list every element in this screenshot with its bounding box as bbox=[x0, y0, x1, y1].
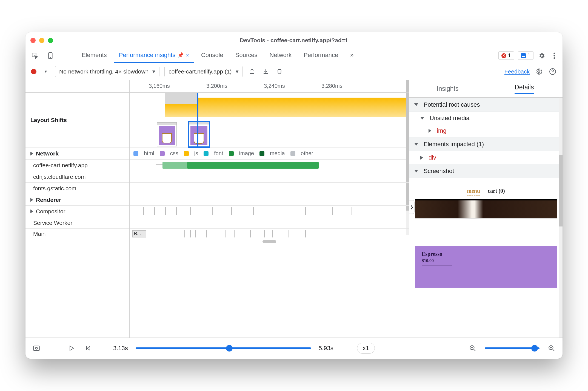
preview-toggle-icon[interactable] bbox=[32, 344, 41, 353]
slider-knob[interactable] bbox=[226, 345, 233, 352]
tab-elements[interactable]: Elements bbox=[77, 48, 112, 63]
slider-knob[interactable] bbox=[531, 345, 538, 352]
import-icon[interactable] bbox=[261, 67, 270, 76]
insights-toolbar: ▾ No network throttling, 4× slowdown ▾ c… bbox=[25, 63, 563, 80]
zoom-slider[interactable] bbox=[485, 347, 540, 349]
chevrons-right-icon: » bbox=[350, 52, 353, 59]
kebab-menu-icon[interactable] bbox=[550, 51, 559, 60]
service-worker-track[interactable] bbox=[130, 217, 409, 229]
root-causes-section[interactable]: Potential root causes bbox=[409, 98, 563, 112]
tab-performance[interactable]: Performance bbox=[299, 48, 343, 63]
chevron-down-icon: ▾ bbox=[152, 68, 155, 75]
export-icon[interactable] bbox=[248, 67, 256, 76]
tab-sources[interactable]: Sources bbox=[230, 48, 262, 63]
delete-icon[interactable] bbox=[275, 67, 284, 76]
help-icon[interactable] bbox=[548, 67, 557, 76]
svg-point-3 bbox=[553, 52, 555, 54]
maximize-window-button[interactable] bbox=[48, 38, 53, 43]
details-panel: ❯ Insights Details Potential root causes… bbox=[409, 80, 563, 338]
record-button[interactable] bbox=[31, 69, 36, 74]
zoom-out-button[interactable] bbox=[468, 344, 477, 353]
network-request-bar[interactable] bbox=[162, 162, 187, 169]
zoom-in-button[interactable] bbox=[547, 344, 556, 353]
panel-tabs: Elements Performance insights 📌 × Consol… bbox=[77, 48, 493, 63]
svg-point-9 bbox=[36, 347, 38, 349]
insights-tab[interactable]: Insights bbox=[409, 80, 486, 97]
screenshot-section[interactable]: Screenshot bbox=[409, 164, 563, 178]
playhead[interactable] bbox=[197, 93, 198, 148]
horizontal-scrollbar[interactable] bbox=[262, 240, 276, 243]
titlebar: DevTools - coffee-cart.netlify.app/?ad=1 bbox=[25, 32, 563, 48]
panel-tabbar: Elements Performance insights 📌 × Consol… bbox=[25, 48, 563, 63]
network-host-row[interactable]: fonts.gstatic.com bbox=[25, 183, 129, 194]
target-select[interactable]: coffee-cart.netlify.app (1) ▾ bbox=[164, 66, 242, 77]
renderer-lane-label[interactable]: Renderer bbox=[25, 194, 129, 206]
img-element-row[interactable]: img bbox=[409, 124, 563, 137]
network-host-row[interactable]: cdnjs.cloudflare.com bbox=[25, 171, 129, 183]
ruler-scrollbar[interactable] bbox=[406, 80, 409, 92]
close-tab-icon[interactable]: × bbox=[186, 52, 189, 58]
tab-console[interactable]: Console bbox=[196, 48, 228, 63]
window-controls bbox=[30, 38, 53, 43]
div-element-row[interactable]: div bbox=[409, 151, 563, 164]
network-track[interactable] bbox=[130, 183, 409, 194]
network-legend: html css js font image media other bbox=[130, 148, 409, 160]
layout-shifts-track[interactable] bbox=[130, 93, 409, 148]
compositor-lane-label[interactable]: Compositor bbox=[25, 206, 129, 217]
unsized-media-row[interactable]: Unsized media bbox=[409, 112, 563, 124]
chevron-down-icon bbox=[414, 170, 418, 172]
device-toolbar-icon[interactable] bbox=[45, 48, 56, 63]
pin-icon: 📌 bbox=[178, 52, 184, 58]
collapse-details-button[interactable]: ❯ bbox=[409, 200, 415, 214]
feedback-link[interactable]: Feedback bbox=[504, 68, 530, 75]
network-lane-label[interactable]: Network bbox=[25, 148, 129, 160]
service-worker-lane-label[interactable]: Service Worker bbox=[25, 217, 129, 229]
legend-swatch-css bbox=[160, 151, 165, 156]
record-menu-chevron[interactable]: ▾ bbox=[41, 67, 50, 76]
renderer-track[interactable] bbox=[130, 194, 409, 206]
legend-swatch-html bbox=[133, 151, 138, 156]
panel-settings-icon[interactable] bbox=[535, 67, 543, 76]
compositor-track[interactable] bbox=[130, 206, 409, 217]
details-tab[interactable]: Details bbox=[486, 80, 563, 97]
throttle-select[interactable]: No network throttling, 4× slowdown ▾ bbox=[55, 66, 159, 77]
preview-menu-link: menu bbox=[467, 188, 480, 195]
time-slider[interactable] bbox=[136, 347, 311, 349]
legend-swatch-font bbox=[204, 151, 209, 156]
network-track[interactable] bbox=[130, 160, 409, 171]
expand-icon bbox=[30, 152, 33, 155]
main-task[interactable]: R... bbox=[132, 230, 146, 237]
window-title: DevTools - coffee-cart.netlify.app/?ad=1 bbox=[25, 37, 563, 44]
svg-point-4 bbox=[553, 55, 555, 56]
elements-impacted-section[interactable]: Elements impacted (1) bbox=[409, 137, 563, 151]
network-request-bar[interactable] bbox=[187, 162, 319, 169]
tab-network[interactable]: Network bbox=[265, 48, 297, 63]
svg-rect-8 bbox=[34, 346, 39, 350]
play-button[interactable] bbox=[67, 344, 76, 353]
error-badge[interactable]: ✕1 bbox=[498, 51, 514, 60]
layout-shift-thumb[interactable] bbox=[157, 122, 177, 146]
playback-footer: 3.13s 5.93s x1 bbox=[25, 338, 563, 359]
network-track[interactable] bbox=[130, 171, 409, 183]
layout-shift-thumb-selected[interactable] bbox=[188, 121, 210, 148]
layout-shifts-lane-label: Layout Shifts bbox=[25, 93, 129, 148]
details-scrollbar[interactable] bbox=[559, 155, 563, 226]
svg-point-5 bbox=[553, 57, 555, 58]
speed-chip[interactable]: x1 bbox=[357, 343, 375, 354]
chevron-down-icon bbox=[414, 103, 418, 106]
details-tabs: Insights Details bbox=[409, 80, 563, 98]
message-badge[interactable]: ▬1 bbox=[518, 51, 533, 60]
preview-cart-link: cart (0) bbox=[488, 188, 505, 195]
time-ruler[interactable]: 3,160ms 3,200ms 3,240ms 3,280ms bbox=[130, 80, 409, 93]
inspect-element-icon[interactable] bbox=[29, 48, 40, 63]
settings-icon[interactable] bbox=[537, 51, 546, 60]
close-window-button[interactable] bbox=[30, 38, 36, 43]
more-tabs-button[interactable]: » bbox=[345, 48, 358, 63]
minimize-window-button[interactable] bbox=[39, 38, 44, 43]
preview-hero-image bbox=[415, 199, 557, 219]
skip-back-button[interactable] bbox=[84, 344, 92, 353]
main-thread-track[interactable]: R... bbox=[130, 229, 409, 239]
tab-performance-insights[interactable]: Performance insights 📌 × bbox=[114, 48, 194, 63]
main-lane-label[interactable]: Main bbox=[25, 229, 129, 239]
network-host-row[interactable]: coffee-cart.netlify.app bbox=[25, 160, 129, 171]
